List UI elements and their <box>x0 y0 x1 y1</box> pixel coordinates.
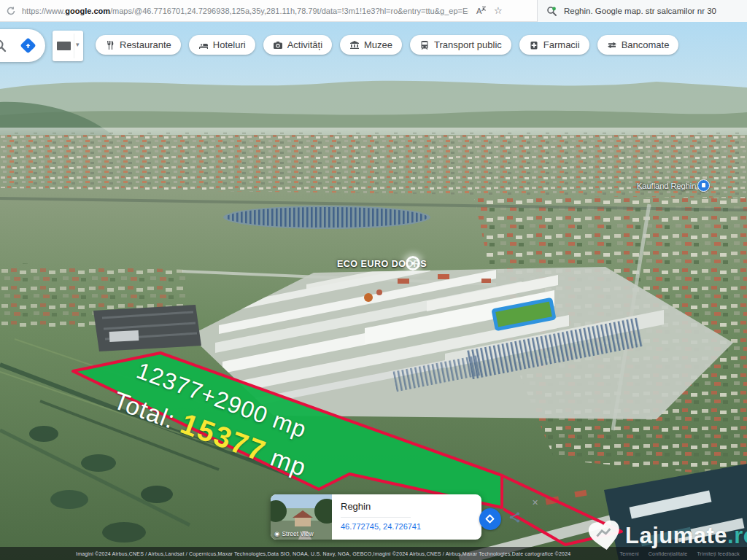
directions-button[interactable] <box>19 36 37 55</box>
tab-search-icon <box>546 6 557 17</box>
restaurant-icon <box>105 40 115 50</box>
place-coordinates-link[interactable]: 46.772745, 24.726741 <box>341 522 481 531</box>
street-view-label: Street View <box>282 530 313 537</box>
chip-hoteluri[interactable]: Hoteluri <box>189 35 255 55</box>
camera-icon <box>273 40 283 50</box>
eco-euro-doors-pin-icon[interactable] <box>406 256 420 271</box>
atm-icon <box>607 40 617 50</box>
lajumate-watermark: Lajumate.ro <box>588 521 747 551</box>
attribution-text: Imagini ©2024 Airbus,CNES / Airbus,Lands… <box>76 551 570 556</box>
layer-toggle-button[interactable]: ▾ <box>53 31 83 61</box>
place-info-card: ◉ Street View Reghin 46.772745, 24.72674… <box>271 494 481 540</box>
watermark-brand: Lajumate <box>625 523 727 548</box>
place-title: Reghin <box>341 501 481 512</box>
chip-activitati[interactable]: Activități <box>263 35 332 55</box>
page-info-icon[interactable] <box>6 6 16 16</box>
browser-address-bar[interactable]: https://www.google.com/maps/@46.7716701,… <box>0 0 747 22</box>
pharmacy-icon <box>529 40 539 50</box>
share-button[interactable] <box>508 511 521 524</box>
street-view-eye-icon: ◉ <box>274 530 279 537</box>
hotel-icon <box>198 40 209 50</box>
chip-muzee[interactable]: Muzee <box>340 35 402 55</box>
screenshot-root: 12377+2900 mp Total: 15377 mp ECO EURO D… <box>0 0 747 560</box>
satellite-imagery <box>0 22 747 560</box>
tab-title: Reghin. Google map. str salcamilor nr 30 <box>564 7 716 15</box>
kaufland-pin-icon[interactable] <box>697 179 710 192</box>
svg-text:A: A <box>476 7 482 15</box>
category-chips: Restaurante Hoteluri Activități Muzee <box>96 35 678 55</box>
bookmark-star-icon[interactable]: ☆ <box>494 6 503 15</box>
footer-link-feedback[interactable]: Trimiteți feedback <box>697 551 740 556</box>
chip-restaurante[interactable]: Restaurante <box>96 35 181 55</box>
street-view-thumbnail[interactable]: ◉ Street View <box>271 494 332 540</box>
chip-transport-public[interactable]: Transport public <box>410 35 511 55</box>
chip-bancomate[interactable]: Bancomate <box>597 35 679 55</box>
chevron-down-icon[interactable]: ▾ <box>76 41 80 48</box>
watermark-tld: .ro <box>727 523 747 548</box>
card-directions-button[interactable] <box>479 508 501 530</box>
diamond-icon <box>485 514 495 524</box>
chip-farmacii[interactable]: Farmacii <box>519 35 589 55</box>
bus-icon <box>419 40 430 50</box>
poi-label-kaufland[interactable]: Kaufland Reghin <box>637 182 696 190</box>
url-text[interactable]: https://www.google.com/maps/@46.7716701,… <box>22 7 468 15</box>
search-icon <box>0 39 7 53</box>
museum-icon <box>349 40 360 50</box>
map-canvas[interactable] <box>0 22 747 560</box>
lajumate-heart-logo <box>586 518 623 553</box>
search-pill[interactable] <box>0 29 45 62</box>
translate-icon[interactable]: A <box>476 5 487 16</box>
close-icon[interactable]: ✕ <box>532 498 538 508</box>
footer-link-terms[interactable]: Termeni <box>620 551 639 556</box>
footer-link-privacy[interactable]: Confidențialitate <box>649 551 688 556</box>
browser-tab[interactable]: Reghin. Google map. str salcamilor nr 30 <box>537 0 747 22</box>
layer-swatch-icon <box>57 42 71 50</box>
